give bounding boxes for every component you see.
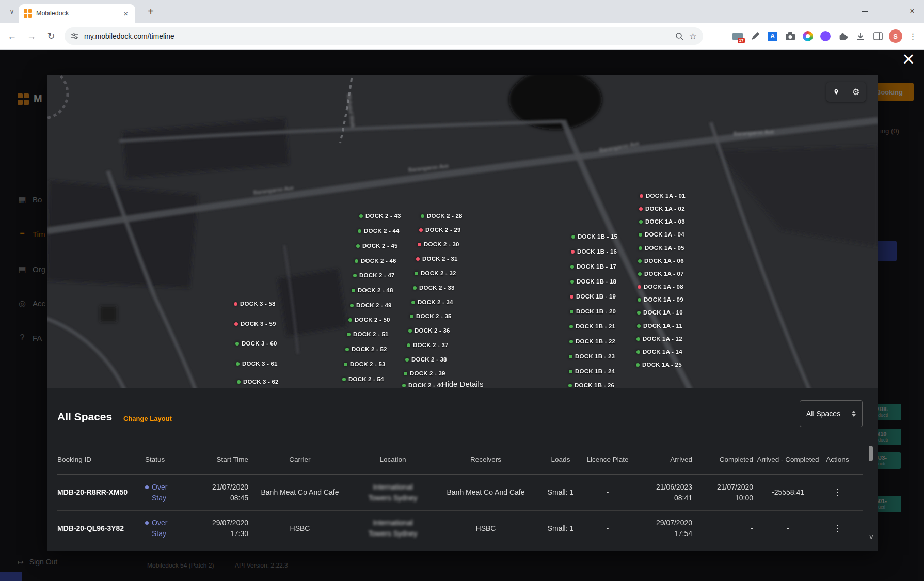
map-location-button[interactable] xyxy=(826,82,846,102)
spaces-filter-select[interactable]: All Spaces xyxy=(800,400,863,427)
column-header[interactable]: Status xyxy=(145,455,190,464)
dock-marker[interactable]: DOCK 2 - 43 xyxy=(359,213,401,219)
dock-marker[interactable]: DOCK 2 - 36 xyxy=(408,327,450,334)
dock-marker[interactable]: DOCK 2 - 53 xyxy=(344,361,386,367)
table-scrollbar[interactable] xyxy=(869,446,873,461)
column-header[interactable]: Receivers xyxy=(434,455,537,464)
browser-menu-icon[interactable]: ⋮ xyxy=(905,28,921,44)
hide-details-link[interactable]: Hide Details xyxy=(442,380,484,388)
dock-marker[interactable]: DOCK 1A - 12 xyxy=(636,336,682,342)
dock-marker[interactable]: DOCK 2 - 52 xyxy=(345,346,387,352)
address-bar[interactable]: my.mobiledock.com/timeline ☆ xyxy=(65,27,703,45)
row-actions-button[interactable]: ⋮ xyxy=(833,486,842,498)
purple-extension-icon[interactable] xyxy=(817,28,833,44)
dock-marker[interactable]: DOCK 2 - 33 xyxy=(413,285,455,291)
dock-marker[interactable]: DOCK 2 - 47 xyxy=(353,272,395,278)
dock-marker[interactable]: DOCK 2 - 45 xyxy=(356,243,398,249)
dock-marker[interactable]: DOCK 2 - 51 xyxy=(347,331,389,337)
translate-extension-icon[interactable]: A xyxy=(764,28,780,44)
new-tab-button[interactable]: + xyxy=(144,4,158,19)
side-panel-icon[interactable] xyxy=(870,28,886,44)
dock-marker[interactable]: DOCK 3 - 62 xyxy=(237,379,279,385)
dock-marker[interactable]: DOCK 2 - 48 xyxy=(352,287,393,293)
dock-marker[interactable]: DOCK 1A - 14 xyxy=(636,349,682,355)
profile-avatar[interactable]: S xyxy=(887,28,903,44)
map-settings-gear-icon[interactable]: ⚙ xyxy=(846,82,866,102)
dock-marker[interactable]: DOCK 1A - 05 xyxy=(639,245,684,251)
dock-marker[interactable]: DOCK 1A - 06 xyxy=(638,258,684,264)
dock-marker[interactable]: DOCK 1B - 24 xyxy=(569,368,615,374)
dock-marker[interactable]: DOCK 2 - 44 xyxy=(358,228,400,234)
bookmark-star-icon[interactable]: ☆ xyxy=(689,31,697,42)
window-maximize-button[interactable] xyxy=(877,0,900,23)
dock-marker[interactable]: DOCK 3 - 58 xyxy=(234,301,276,307)
dock-marker[interactable]: DOCK 1B - 20 xyxy=(570,308,616,315)
url-text[interactable]: my.mobiledock.com/timeline xyxy=(84,32,670,40)
dock-marker[interactable]: DOCK 3 - 59 xyxy=(234,321,276,327)
dock-marker[interactable]: DOCK 2 - 32 xyxy=(415,270,456,276)
dock-marker[interactable]: DOCK 1B - 23 xyxy=(569,353,615,359)
dock-marker[interactable]: DOCK 1B - 22 xyxy=(569,338,615,344)
extensions-puzzle-icon[interactable] xyxy=(835,28,851,44)
dock-marker[interactable]: DOCK 1B - 15 xyxy=(571,233,617,240)
browser-tab[interactable]: Mobiledock × xyxy=(19,4,135,23)
dock-marker[interactable]: DOCK 2 - 28 xyxy=(421,213,463,219)
column-header[interactable]: Start Time xyxy=(190,455,248,464)
dock-marker[interactable]: DOCK 2 - 35 xyxy=(410,313,452,319)
zoom-icon[interactable] xyxy=(675,32,684,41)
scroll-down-icon[interactable]: ∨ xyxy=(869,532,874,541)
download-icon[interactable] xyxy=(852,28,868,44)
dock-marker[interactable]: DOCK 2 - 40 xyxy=(402,382,444,388)
column-header[interactable]: Location xyxy=(352,455,434,464)
dock-marker[interactable]: DOCK 1A - 10 xyxy=(637,309,683,316)
column-header[interactable]: Arrived xyxy=(631,455,692,464)
camera-extension-icon[interactable] xyxy=(782,28,798,44)
change-layout-link[interactable]: Change Layout xyxy=(123,415,172,422)
dock-marker[interactable]: DOCK 2 - 54 xyxy=(342,376,384,382)
dock-marker[interactable]: DOCK 1A - 25 xyxy=(636,362,682,368)
column-header[interactable]: Actions xyxy=(823,455,852,464)
dock-marker[interactable]: DOCK 2 - 37 xyxy=(407,342,449,348)
window-close-button[interactable]: × xyxy=(900,0,924,23)
column-header[interactable]: Loads xyxy=(537,455,584,464)
column-header[interactable]: Carrier xyxy=(248,455,352,464)
dock-marker[interactable]: DOCK 1B - 26 xyxy=(568,382,614,388)
dock-marker[interactable]: DOCK 1A - 07 xyxy=(638,271,684,277)
dock-marker[interactable]: DOCK 2 - 39 xyxy=(404,370,445,376)
dock-marker[interactable]: DOCK 1B - 19 xyxy=(570,293,616,300)
dock-marker[interactable]: DOCK 1A - 11 xyxy=(637,323,682,329)
reload-button[interactable]: ↻ xyxy=(42,27,60,45)
close-modal-button[interactable]: × xyxy=(897,48,920,70)
dock-marker[interactable]: DOCK 1B - 16 xyxy=(571,248,617,255)
colorwheel-extension-icon[interactable] xyxy=(800,28,816,44)
dock-marker[interactable]: DOCK 1A - 03 xyxy=(639,218,685,225)
dock-marker[interactable]: DOCK 2 - 31 xyxy=(416,256,458,262)
dock-marker[interactable]: DOCK 2 - 46 xyxy=(355,258,396,264)
dock-marker[interactable]: DOCK 2 - 29 xyxy=(419,227,461,233)
dock-marker[interactable]: DOCK 1B - 21 xyxy=(569,323,615,329)
dock-marker[interactable]: DOCK 3 - 60 xyxy=(235,340,277,347)
dock-marker[interactable]: DOCK 2 - 30 xyxy=(418,241,459,247)
dock-map[interactable]: Barangaroo Ave Barangaroo Ave Barangaroo… xyxy=(47,75,878,388)
table-row[interactable]: MDB-20-R8RR-XM50 Over Stay 21/07/2020 08… xyxy=(57,475,863,510)
table-row[interactable]: MDB-20-QL96-3Y82 Over Stay 29/07/2020 17… xyxy=(57,510,863,546)
dock-marker[interactable]: DOCK 2 - 38 xyxy=(405,356,447,363)
site-settings-icon[interactable] xyxy=(71,32,79,40)
back-button[interactable]: ← xyxy=(3,27,21,45)
column-header[interactable]: Licence Plate xyxy=(584,455,631,464)
dock-marker[interactable]: DOCK 2 - 34 xyxy=(411,299,453,305)
dock-marker[interactable]: DOCK 2 - 49 xyxy=(350,302,392,308)
dock-marker[interactable]: DOCK 1B - 17 xyxy=(570,263,616,270)
dock-marker[interactable]: DOCK 1A - 09 xyxy=(638,296,683,303)
window-minimize-button[interactable] xyxy=(853,0,877,23)
tab-close-icon[interactable]: × xyxy=(121,9,130,19)
forward-button[interactable]: → xyxy=(23,27,40,45)
dock-marker[interactable]: DOCK 1A - 01 xyxy=(640,193,686,199)
dock-marker[interactable]: DOCK 1B - 18 xyxy=(570,278,616,285)
column-header[interactable]: Completed xyxy=(692,455,753,464)
extension-card-icon[interactable]: 17 xyxy=(729,28,745,44)
pen-extension-icon[interactable] xyxy=(747,28,763,44)
dock-marker[interactable]: DOCK 1A - 02 xyxy=(639,206,685,212)
column-header[interactable]: Booking ID xyxy=(57,455,145,464)
column-header[interactable]: Arrived - Completed xyxy=(753,455,823,464)
